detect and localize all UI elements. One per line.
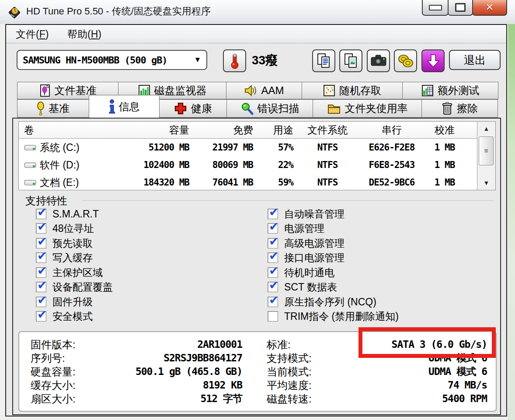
checkbox[interactable]: ✔: [268, 238, 278, 248]
col-filesystem: 文件系统: [299, 122, 356, 138]
checkbox[interactable]: ✔: [268, 311, 278, 322]
checkbox[interactable]: ✔: [36, 267, 46, 278]
scroll-up-button[interactable]: ▲: [477, 122, 495, 136]
checkbox[interactable]: ✔: [268, 297, 278, 307]
feature-interface-power[interactable]: ✔接口电源管理: [268, 252, 344, 264]
detail-label: 缓存大小:: [31, 378, 76, 392]
checkbox[interactable]: ✔: [36, 311, 46, 322]
tab-folder-usage[interactable]: 文件夹使用率: [313, 99, 422, 118]
menu-bar: 文件(F) 帮助(H): [6, 25, 506, 43]
detail-label: 当前模式:: [267, 365, 312, 378]
screenshot-button[interactable]: [367, 49, 390, 72]
menu-file[interactable]: 文件(F): [12, 25, 52, 43]
drive-selector[interactable]: SAMSUNG HN-M500MBB (500 gB) ▼: [17, 50, 207, 70]
table-row[interactable]: 系统 (C:) 51200 MB 21997 MB 57% NTFS E626-…: [19, 139, 495, 156]
close-button[interactable]: ✕: [472, 0, 507, 16]
magnifier-icon: [240, 102, 254, 115]
checkbox[interactable]: ✔: [36, 238, 46, 248]
check-icon: ✔: [37, 234, 47, 248]
highlight-annotation-box: [358, 327, 496, 358]
tab-extra-tests[interactable]: 额外测试: [402, 82, 498, 99]
detail-label: 支持模式:: [267, 351, 312, 365]
tab-error-scan[interactable]: 错误扫描: [226, 99, 313, 118]
detail-label: 硬盘容量:: [31, 365, 76, 378]
serial-number-value: S2RSJ9BB864127: [107, 351, 242, 365]
feature-security-mode[interactable]: ✔安全模式: [36, 310, 93, 322]
scroll-up-icon: ▲: [484, 125, 490, 132]
feature-power-mgmt[interactable]: ✔电源管理: [268, 222, 324, 234]
checkbox[interactable]: ✔: [36, 252, 46, 263]
checkbox[interactable]: ✔: [268, 252, 278, 263]
feature-sct[interactable]: ✔SCT 数据表: [268, 281, 337, 293]
firmware-version-value: 2AR10001: [107, 338, 242, 351]
info-panel: 卷 容量 免费 用途 文件系统 串行 校准 系统 (C: [12, 118, 501, 415]
col-serial: 串行: [359, 122, 425, 138]
checkbox[interactable]: ✔: [36, 209, 46, 219]
feature-firmware-upgrade[interactable]: ✔固件升级: [36, 296, 93, 308]
tab-aam[interactable]: AAM: [226, 82, 302, 99]
window-title: HD Tune Pro 5.50 - 传统/固态硬盘实用程序: [26, 0, 211, 24]
copy-image-button[interactable]: [339, 49, 362, 72]
average-speed-value: 74 MB/s: [351, 378, 487, 392]
group-divider: [82, 200, 493, 201]
supported-features-title: 支持特性: [25, 194, 72, 208]
copy-image-icon: [343, 52, 359, 69]
checkbox[interactable]: ✔: [268, 223, 278, 234]
file-benchmark-icon: [39, 84, 51, 97]
checkbox[interactable]: ✔: [36, 297, 46, 307]
scroll-down-button[interactable]: ▼: [477, 176, 495, 190]
col-free: 免费: [193, 122, 253, 138]
table-row[interactable]: 文档 (E:) 184320 MB 76041 MB 59% NTFS DE52…: [19, 174, 495, 191]
maximize-button[interactable]: [448, 0, 473, 16]
tab-benchmark[interactable]: 基准: [17, 99, 89, 118]
col-volume: 卷: [24, 122, 125, 138]
maximize-icon: [455, 3, 466, 12]
check-icon: ✔: [37, 293, 47, 307]
detail-label: 平均速度:: [267, 378, 312, 392]
checkbox[interactable]: ✔: [268, 267, 278, 278]
table-row[interactable]: 软件 (D:) 102400 MB 80069 MB 22% NTFS F6E8…: [19, 156, 495, 174]
feature-aam[interactable]: ✔自动噪音管理: [268, 208, 344, 220]
feature-dco[interactable]: ✔设备配置覆盖: [36, 281, 113, 293]
folder-icon: [327, 102, 341, 115]
scrollbar-thumb[interactable]: ≡: [479, 136, 494, 165]
minimize-icon: [429, 5, 442, 10]
tab-random-access[interactable]: 随机存取: [302, 82, 403, 99]
table-scrollbar[interactable]: ▲ ≡ ▼: [477, 122, 495, 190]
menu-help[interactable]: 帮助(H): [64, 25, 105, 43]
volumes-table: 卷 容量 免费 用途 文件系统 串行 校准 系统 (C: [18, 121, 496, 190]
temperature-button[interactable]: [223, 49, 246, 72]
scroll-down-icon: ▼: [484, 179, 490, 186]
titlebar[interactable]: HD Tune Pro 5.50 - 传统/固态硬盘实用程序 ✕: [0, 0, 515, 24]
save-button[interactable]: [394, 49, 417, 72]
checkbox[interactable]: ✔: [268, 209, 278, 219]
check-icon: ✔: [269, 249, 279, 263]
exit-button[interactable]: 退出: [449, 50, 501, 70]
feature-48bit[interactable]: ✔48位寻址: [36, 222, 94, 234]
health-cross-icon: [174, 102, 187, 115]
feature-ncq[interactable]: ✔原生指令序列 (NCQ): [268, 296, 376, 308]
checkbox[interactable]: ✔: [268, 282, 278, 292]
minimize-button[interactable]: [422, 0, 449, 16]
feature-readahead[interactable]: ✔预先读取: [36, 237, 93, 249]
copy-text-button[interactable]: [312, 49, 335, 72]
check-icon: ✔: [37, 264, 47, 278]
feature-power-up-standby[interactable]: ✔待机时通电: [268, 266, 334, 279]
feature-apm[interactable]: ✔高级电源管理: [268, 237, 344, 249]
drive-selector-value: SAMSUNG HN-M500MBB (500 gB): [17, 55, 189, 66]
feature-hpa[interactable]: ✔主保护区域: [36, 266, 103, 279]
check-icon: ✔: [269, 264, 279, 278]
checkbox[interactable]: ✔: [36, 223, 46, 234]
close-icon: ✕: [486, 2, 494, 13]
download-arrow-icon: [426, 53, 441, 69]
app-icon: [7, 5, 22, 20]
feature-smart[interactable]: ✔S.M.A.R.T: [36, 208, 99, 220]
drive-icon: [24, 144, 36, 151]
download-button[interactable]: [421, 49, 445, 72]
tab-health[interactable]: 健康: [159, 99, 227, 118]
checkbox[interactable]: ✔: [36, 282, 46, 292]
feature-write-cache[interactable]: ✔写入缓存: [36, 252, 93, 264]
tab-erase[interactable]: 擦除: [421, 99, 498, 118]
tab-info[interactable]: 信息: [89, 95, 160, 118]
feature-trim[interactable]: ✔TRIM指令 (禁用删除通知): [268, 310, 399, 322]
